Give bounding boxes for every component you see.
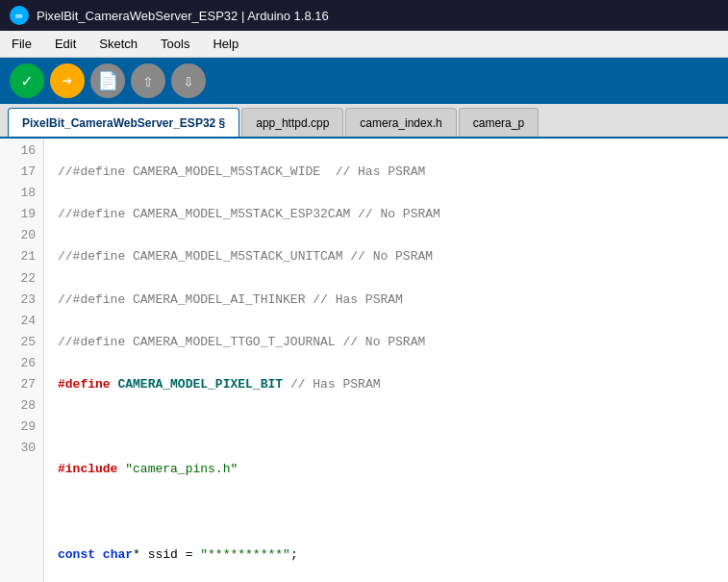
menu-bar: File Edit Sketch Tools Help xyxy=(0,31,728,58)
menu-help[interactable]: Help xyxy=(209,35,242,53)
code-line-16: //#define CAMERA_MODEL_M5STACK_WIDE // H… xyxy=(58,162,728,183)
line-number: 17 xyxy=(0,162,43,183)
verify-button[interactable]: ✓ xyxy=(10,63,44,98)
line-number: 20 xyxy=(0,225,43,246)
open-button[interactable]: ⇧ xyxy=(131,63,165,98)
line-number: 28 xyxy=(0,395,43,417)
code-line-23: #include "camera_pins.h" xyxy=(58,459,728,480)
tab-main[interactable]: PixelBit_CameraWebServer_ESP32 § xyxy=(8,108,239,137)
code-line-22 xyxy=(58,417,728,438)
app-logo: ∞ xyxy=(10,6,29,25)
code-line-19: //#define CAMERA_MODEL_AI_THINKER // Has… xyxy=(58,290,728,311)
code-text[interactable]: //#define CAMERA_MODEL_M5STACK_WIDE // H… xyxy=(44,139,728,582)
line-number: 21 xyxy=(0,246,43,267)
upload-button[interactable]: ➔ xyxy=(50,63,85,98)
line-number: 16 xyxy=(0,140,43,162)
code-line-17: //#define CAMERA_MODEL_M5STACK_ESP32CAM … xyxy=(58,204,728,225)
line-number: 27 xyxy=(0,374,43,395)
line-number: 26 xyxy=(0,353,43,374)
menu-edit[interactable]: Edit xyxy=(51,35,80,53)
code-line-20: //#define CAMERA_MODEL_TTGO_T_JOURNAL //… xyxy=(58,332,728,353)
line-number: 25 xyxy=(0,332,43,353)
window-title: PixelBit_CameraWebServer_ESP32 | Arduino… xyxy=(37,9,329,23)
code-line-24 xyxy=(58,502,728,523)
code-editor: 16 17 18 19 20 21 22 23 24 25 26 27 28 2… xyxy=(0,139,728,582)
line-number: 22 xyxy=(0,268,43,290)
line-number: 19 xyxy=(0,204,43,225)
line-numbers: 16 17 18 19 20 21 22 23 24 25 26 27 28 2… xyxy=(0,139,44,582)
line-number: 29 xyxy=(0,417,43,438)
tabs-bar: PixelBit_CameraWebServer_ESP32 § app_htt… xyxy=(0,104,728,139)
menu-sketch[interactable]: Sketch xyxy=(95,35,141,53)
save-button[interactable]: ⇩ xyxy=(171,63,206,98)
line-number: 30 xyxy=(0,438,43,459)
code-line-25: const char* ssid = "**********"; xyxy=(58,544,728,566)
menu-file[interactable]: File xyxy=(8,35,36,53)
tab-app-httpd[interactable]: app_httpd.cpp xyxy=(241,108,343,137)
code-line-18: //#define CAMERA_MODEL_M5STACK_UNITCAM /… xyxy=(58,246,728,267)
menu-tools[interactable]: Tools xyxy=(157,35,193,53)
new-button[interactable]: 📄 xyxy=(90,63,125,98)
tab-camera-index[interactable]: camera_index.h xyxy=(345,108,456,137)
line-number: 18 xyxy=(0,183,43,204)
code-line-21: #define CAMERA_MODEL_PIXEL_BIT // Has PS… xyxy=(58,374,728,395)
line-number: 24 xyxy=(0,311,43,332)
title-bar: ∞ PixelBit_CameraWebServer_ESP32 | Ardui… xyxy=(0,0,728,31)
toolbar: ✓ ➔ 📄 ⇧ ⇩ xyxy=(0,58,728,104)
line-number: 23 xyxy=(0,290,43,311)
tab-camera-p[interactable]: camera_p xyxy=(459,108,539,137)
